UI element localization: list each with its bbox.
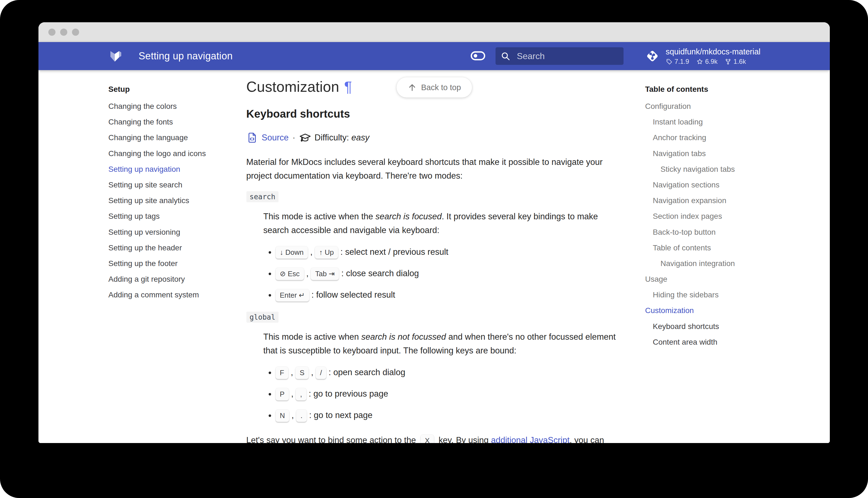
kbd-key: . [296,409,307,422]
repo-forks: 1.6k [724,58,746,65]
shortcut-item: N,.: go to next page [275,408,622,422]
kbd-key: / [316,367,326,379]
mode-search: search This mode is active when the sear… [246,193,622,302]
sidebar-section-title: Setup [109,85,227,94]
window-maximize-button[interactable] [72,29,79,36]
git-repo-icon [645,49,660,64]
separator-dot: · [293,133,295,143]
graduation-cap-icon [299,132,311,144]
shortcut-action: : select next / previous result [340,247,448,257]
toc-item-hiding-the-sidebars[interactable]: Hiding the sidebars [645,290,767,299]
kbd-key: ↑ Up [315,246,338,259]
shortcut-action: : go to previous page [309,389,389,398]
difficulty-label: Difficulty: [314,133,349,143]
mode-description: This mode is active when search is not f… [263,330,622,357]
sidebar-item-setting-up-versioning[interactable]: Setting up versioning [109,228,227,237]
intro-paragraph: Material for MkDocs includes several key… [246,155,622,183]
toc-item-back-to-top-button[interactable]: Back-to-top button [645,228,767,237]
outro-paragraph: Let's say you want to bind some action t… [246,433,622,443]
window-minimize-button[interactable] [60,29,67,36]
header-page-title: Setting up navigation [139,50,233,62]
kbd-key: N [275,409,289,422]
repo-facts: 7.1.9 6.9k [666,58,761,65]
tag-icon [666,58,673,65]
kbd-key: ⊘ Esc [275,268,304,280]
source-link[interactable]: Source [262,133,289,143]
toc-item-navigation-tabs[interactable]: Navigation tabs [645,149,767,158]
toc-title: Table of contents [645,85,767,94]
search-box[interactable] [496,47,624,65]
toc-item-instant-loading[interactable]: Instant loading [645,118,767,127]
shortcut-action: : follow selected result [312,290,395,300]
kbd-key: X [421,434,434,443]
star-icon [696,58,703,65]
table-of-contents: Table of contents Configuration Instant … [636,70,769,353]
shortcut-item: ⊘ Esc,Tab ⇥: close search dialog [275,266,622,280]
sidebar-item-setting-up-the-footer[interactable]: Setting up the footer [109,259,227,268]
toc-item-navigation-expansion[interactable]: Navigation expansion [645,196,767,205]
sidebar-item-setting-up-tags[interactable]: Setting up tags [109,212,227,221]
shortcut-item: Enter ↵: follow selected result [275,288,622,302]
kbd-key: S [295,367,309,379]
shortcut-item: ↓ Down,↑ Up: select next / previous resu… [275,245,622,259]
app-header: Setting up navigation [39,42,830,70]
toc-item-keyboard-shortcuts[interactable]: Keyboard shortcuts [645,322,767,331]
repo-name: squidfunk/mkdocs-material [666,47,761,56]
toc-item-table-of-contents[interactable]: Table of contents [645,244,767,252]
toc-item-navigation-integration[interactable]: Navigation integration [645,259,767,268]
shortcut-action: : open search dialog [328,367,405,377]
browser-window: Setting up navigation [39,22,830,443]
sidebar-item-changing-the-logo-and-icons[interactable]: Changing the logo and icons [109,149,227,158]
kbd-key: , [296,388,306,401]
difficulty-value: easy [351,133,369,143]
shortcut-action: : go to next page [309,410,372,420]
kbd-key: Tab ⇥ [311,268,339,280]
sidebar-item-changing-the-language[interactable]: Changing the language [109,133,227,142]
theme-toggle-icon[interactable] [470,50,486,62]
site-logo-icon[interactable] [108,49,123,64]
window-titlebar [39,22,830,42]
repo-link[interactable]: squidfunk/mkdocs-material 7.1.9 [645,47,761,65]
page-content: Back to top Setup Changing the colors Ch… [39,70,830,443]
kbd-key: Enter ↵ [275,289,309,301]
toc-item-sticky-navigation-tabs[interactable]: Sticky navigation tabs [645,165,767,174]
shortcut-list: ↓ Down,↑ Up: select next / previous resu… [263,245,622,302]
arrow-up-icon [407,83,417,92]
repo-version: 7.1.9 [666,58,689,65]
toc-item-content-area-width[interactable]: Content area width [645,338,767,346]
section-heading: Keyboard shortcuts [246,108,622,120]
mode-global: global This mode is active when search i… [246,313,622,422]
shortcut-action: : close search dialog [341,268,419,278]
source-difficulty-line: Source · Difficulty: easy [246,132,622,144]
sidebar-item-setting-up-navigation[interactable]: Setting up navigation [109,165,227,174]
mode-term: search [246,191,279,202]
shortcut-item: P,,: go to previous page [275,387,622,401]
search-input[interactable] [516,51,619,62]
sidebar-item-setting-up-site-analytics[interactable]: Setting up site analytics [109,196,227,205]
mode-description: This mode is active when the search is f… [263,210,622,237]
window-close-button[interactable] [48,29,55,36]
toc-item-navigation-sections[interactable]: Navigation sections [645,181,767,189]
headerlink-icon[interactable]: ¶ [344,79,352,95]
toc-item-anchor-tracking[interactable]: Anchor tracking [645,133,767,142]
shortcut-list: F,S,/: open search dialog P,,: go to pre… [263,365,622,422]
toc-item-customization[interactable]: Customization [645,306,767,315]
sidebar-item-changing-the-colors[interactable]: Changing the colors [109,102,227,111]
sidebar-item-adding-a-git-repository[interactable]: Adding a git repository [109,275,227,284]
code-file-icon [246,132,258,143]
search-icon [501,51,510,61]
sidebar-item-setting-up-site-search[interactable]: Setting up site search [109,181,227,189]
kbd-key: P [275,388,289,401]
toc-item-configuration[interactable]: Configuration [645,102,767,111]
toc-item-section-index-pages[interactable]: Section index pages [645,212,767,221]
article: Customization¶ Keyboard shortcuts Source… [233,70,636,443]
sidebar-item-changing-the-fonts[interactable]: Changing the fonts [109,118,227,127]
mode-term: global [246,312,279,323]
primary-sidebar: Setup Changing the colors Changing the f… [99,70,233,306]
sidebar-item-setting-up-the-header[interactable]: Setting up the header [109,244,227,252]
back-to-top-button[interactable]: Back to top [396,77,472,97]
additional-javascript-link[interactable]: additional JavaScript [491,435,569,443]
toc-item-usage[interactable]: Usage [645,275,767,284]
kbd-key: F [275,367,289,379]
sidebar-item-adding-a-comment-system[interactable]: Adding a comment system [109,290,227,299]
